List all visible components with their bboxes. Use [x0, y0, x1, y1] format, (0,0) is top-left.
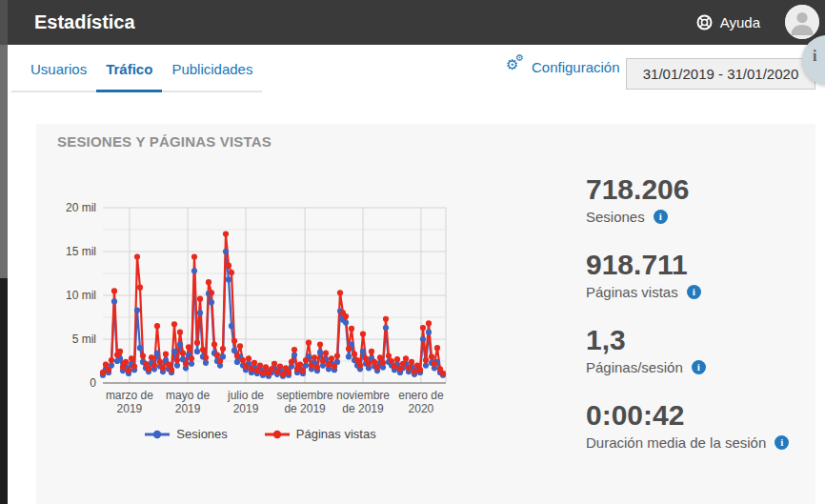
person-icon	[785, 5, 819, 39]
stat-sessions: 718.206 Sesiones i	[586, 173, 789, 225]
stat-avg-session-duration-label: Duración media de la sesión	[586, 434, 766, 451]
stat-pages-per-session-value: 1,3	[586, 324, 789, 355]
sessions-pageviews-chart[interactable]: 05 mil10 mil15 mil20 milmarzo de2019mayo…	[55, 194, 465, 441]
stat-pages-per-session-label: Páginas/sesión	[586, 359, 683, 375]
lifebuoy-icon	[696, 14, 713, 30]
stat-pages-per-session: 1,3 Páginas/sesión i	[586, 324, 789, 375]
stat-pageviews: 918.711 Páginas vistas i	[586, 249, 789, 300]
stat-avg-session-duration: 0:00:42 Duración media de la sesión i	[586, 399, 789, 451]
svg-text:enero de2020: enero de2020	[398, 389, 444, 415]
svg-text:15 mil: 15 mil	[66, 245, 96, 258]
legend-label: Sesiones	[176, 427, 227, 441]
panel-title: SESIONES Y PÁGINAS VISTAS	[57, 133, 272, 150]
svg-text:0: 0	[90, 376, 96, 390]
configuration-label: Configuración	[532, 59, 620, 75]
page-title: Estadística	[34, 0, 135, 45]
info-icon[interactable]: i	[687, 285, 701, 299]
tab-trafico[interactable]: Tráfico	[96, 49, 162, 92]
svg-text:septiembrede 2019: septiembrede 2019	[276, 389, 333, 415]
info-icon[interactable]: i	[692, 360, 706, 374]
configuration-link[interactable]: ⚙⚙ Configuración	[506, 58, 620, 75]
tab-publicidades[interactable]: Publicidades	[162, 49, 262, 92]
stat-pageviews-value: 918.711	[586, 249, 789, 280]
info-glyph: i	[813, 48, 816, 65]
svg-text:20 mil: 20 mil	[66, 201, 96, 214]
legend-marker-icon	[264, 430, 291, 439]
gears-icon: ⚙⚙	[506, 58, 525, 75]
svg-text:5 mil: 5 mil	[72, 333, 96, 346]
svg-text:marzo de2019: marzo de2019	[106, 389, 153, 415]
svg-text:10 mil: 10 mil	[66, 289, 96, 302]
tab-usuarios[interactable]: Usuarios	[21, 49, 96, 92]
avatar[interactable]	[785, 5, 819, 39]
app-window: Estadística Ayuda i Usuarios	[0, 0, 825, 504]
legend-label: Páginas vistas	[296, 427, 376, 441]
svg-text:noviembrede 2019: noviembrede 2019	[336, 389, 390, 415]
stat-avg-session-duration-value: 0:00:42	[586, 399, 789, 431]
legend-marker-icon	[144, 430, 171, 439]
tab-spacer	[11, 49, 21, 92]
info-icon[interactable]: i	[654, 210, 668, 224]
stats-panel: SESIONES Y PÁGINAS VISTAS 05 mil10 mil15…	[36, 124, 815, 504]
date-range-selector[interactable]: 31/01/2019 - 31/01/2020	[626, 58, 815, 90]
chart-legend: SesionesPáginas vistas	[55, 427, 465, 441]
stat-sessions-label: Sesiones	[586, 209, 645, 225]
info-icon[interactable]: i	[775, 435, 789, 450]
legend-item-sesiones: Sesiones	[144, 427, 227, 441]
chart-plot[interactable]: 05 mil10 mil15 mil20 milmarzo de2019mayo…	[55, 194, 465, 421]
help-link[interactable]: Ayuda	[696, 0, 760, 45]
help-label: Ayuda	[720, 14, 760, 30]
stat-sessions-value: 718.206	[586, 173, 789, 205]
stats-column: 718.206 Sesiones i 918.711 Páginas vista…	[586, 173, 789, 474]
svg-text:julio de2019: julio de2019	[227, 389, 264, 415]
svg-text:mayo de2019: mayo de2019	[166, 389, 210, 415]
legend-item-p-ginas-vistas: Páginas vistas	[264, 427, 376, 441]
sidebar-edge	[0, 0, 8, 504]
app-header: Estadística Ayuda	[0, 0, 825, 45]
stat-pageviews-label: Páginas vistas	[586, 284, 678, 300]
